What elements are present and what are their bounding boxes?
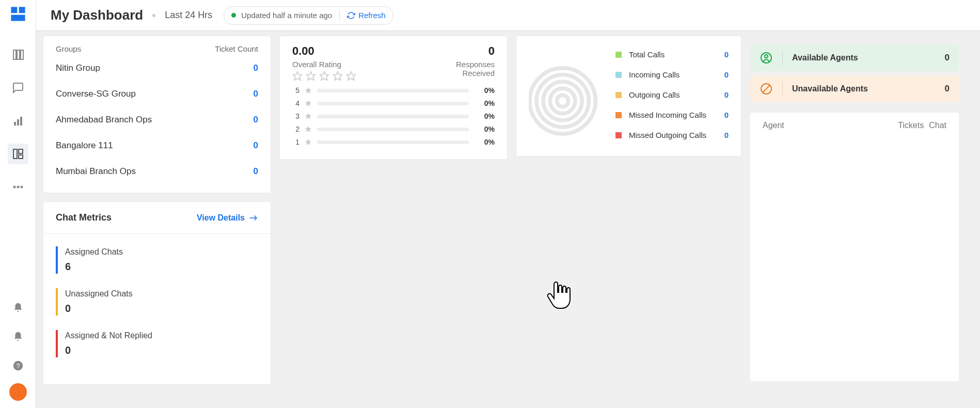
star-rating-icons xyxy=(292,71,356,81)
rating-dist-row: 40% xyxy=(292,99,495,107)
legend-row: Missed Outgoing Calls0 xyxy=(615,125,729,145)
group-row[interactable]: Bangalore 1110 xyxy=(56,133,258,159)
star-icon xyxy=(305,125,312,133)
rating-dist-row: 20% xyxy=(292,125,495,133)
agent-col-header[interactable]: Agent xyxy=(763,121,898,130)
available-agents-pill[interactable]: Available Agents 0 xyxy=(750,44,959,71)
responses-label-1: Responses xyxy=(456,60,495,69)
star-icon xyxy=(319,71,329,81)
tickets-col-header[interactable]: Tickets xyxy=(898,121,924,130)
svg-marker-20 xyxy=(334,72,342,81)
svg-marker-19 xyxy=(320,72,329,81)
metric-assigned-chats[interactable]: Assigned Chats 6 xyxy=(56,246,258,274)
svg-point-13 xyxy=(17,186,19,189)
divider xyxy=(782,51,783,65)
star-icon xyxy=(306,71,316,81)
legend-swatch xyxy=(615,112,622,118)
nav-more-icon[interactable] xyxy=(8,177,28,197)
page-header: My Dashboard Last 24 Hrs Updated half a … xyxy=(36,0,980,31)
metric-unassigned-chats[interactable]: Unassigned Chats 0 xyxy=(56,288,258,316)
unavailable-agents-pill[interactable]: Unavailable Agents 0 xyxy=(750,75,959,102)
svg-marker-23 xyxy=(305,100,311,106)
pointer-cursor-icon xyxy=(545,279,574,315)
star-icon xyxy=(305,113,312,120)
nav-table-icon[interactable] xyxy=(8,44,28,65)
groups-col-header: Groups xyxy=(56,44,81,53)
group-row[interactable]: Nitin Group0 xyxy=(56,55,258,81)
responses-value: 0 xyxy=(456,44,495,58)
group-row[interactable]: Converse-SG Group0 xyxy=(56,81,258,107)
star-icon xyxy=(305,100,312,107)
star-icon xyxy=(305,138,312,146)
svg-rect-10 xyxy=(19,149,23,153)
svg-rect-2 xyxy=(11,15,25,21)
svg-marker-26 xyxy=(305,139,311,145)
nav-chat-icon[interactable] xyxy=(8,77,28,98)
view-details-link[interactable]: View Details xyxy=(197,213,258,223)
status-dot xyxy=(231,13,236,18)
rating-dist-row: 50% xyxy=(292,86,495,95)
svg-marker-22 xyxy=(305,87,311,93)
groups-ticket-card: Groups Ticket Count Nitin Group0 Convers… xyxy=(43,36,271,193)
svg-rect-9 xyxy=(13,149,17,159)
refresh-button[interactable]: Refresh xyxy=(347,11,386,20)
rating-card: 0.00 Overall Rating 0 Responses xyxy=(280,36,507,159)
app-logo[interactable] xyxy=(9,5,27,23)
rating-dist-row: 10% xyxy=(292,138,495,146)
star-icon xyxy=(346,71,356,81)
svg-rect-4 xyxy=(17,50,20,59)
nav-help-icon[interactable]: ? xyxy=(8,355,28,376)
star-icon xyxy=(292,71,303,81)
available-agent-icon xyxy=(760,51,773,65)
legend-row: Incoming Calls0 xyxy=(615,65,729,85)
nav-bell-icon[interactable] xyxy=(8,297,28,318)
nav-reports-icon[interactable] xyxy=(8,111,28,131)
svg-rect-7 xyxy=(17,119,19,125)
svg-rect-8 xyxy=(20,117,22,125)
legend-swatch xyxy=(615,72,622,78)
svg-marker-25 xyxy=(305,126,311,132)
time-period-label[interactable]: Last 24 Hrs xyxy=(165,10,212,21)
bullseye-chart-icon xyxy=(529,44,606,148)
chat-metrics-title: Chat Metrics xyxy=(56,212,112,223)
svg-marker-24 xyxy=(305,113,311,119)
svg-rect-11 xyxy=(19,155,23,159)
calls-card: Total Calls0 Incoming Calls0 Outgoing Ca… xyxy=(516,36,741,156)
metric-assigned-not-replied[interactable]: Assigned & Not Replied 0 xyxy=(56,330,258,357)
svg-point-27 xyxy=(530,68,596,134)
svg-marker-18 xyxy=(307,72,315,81)
status-pill: Updated half a minute ago Refresh xyxy=(224,6,393,25)
svg-rect-0 xyxy=(11,7,17,13)
chat-metrics-card: Chat Metrics View Details Assigned Chats… xyxy=(43,202,271,384)
user-avatar[interactable] xyxy=(9,383,27,401)
svg-line-35 xyxy=(763,85,770,92)
svg-rect-5 xyxy=(21,50,23,59)
responses-label-2: Received xyxy=(456,69,495,77)
svg-point-12 xyxy=(13,186,15,189)
legend-row: Total Calls0 xyxy=(615,44,729,65)
divider xyxy=(782,82,783,96)
svg-point-31 xyxy=(557,95,568,107)
star-icon xyxy=(305,87,312,94)
nav-dashboard-icon[interactable] xyxy=(8,144,28,164)
nav-bell-icon-2[interactable] xyxy=(8,326,28,347)
rating-dist-row: 30% xyxy=(292,112,495,120)
chat-col-header[interactable]: Chat xyxy=(929,121,946,130)
svg-rect-6 xyxy=(14,122,16,125)
svg-rect-1 xyxy=(19,7,25,13)
separator-dot xyxy=(152,14,155,17)
svg-point-33 xyxy=(765,55,768,58)
legend-swatch xyxy=(615,92,622,98)
group-row[interactable]: Ahmedabad Branch Ops0 xyxy=(56,107,258,133)
overall-rating-label: Overall Rating xyxy=(292,60,356,69)
star-icon xyxy=(333,71,343,81)
legend-swatch xyxy=(615,132,622,138)
svg-rect-3 xyxy=(13,50,16,59)
unavailable-agent-icon xyxy=(760,82,773,96)
group-row[interactable]: Mumbai Branch Ops0 xyxy=(56,159,258,184)
svg-point-30 xyxy=(550,88,575,114)
last-updated-text: Updated half a minute ago xyxy=(241,11,332,20)
divider xyxy=(339,10,340,21)
legend-row: Missed Incoming Calls0 xyxy=(615,105,729,125)
page-title: My Dashboard xyxy=(51,7,143,23)
